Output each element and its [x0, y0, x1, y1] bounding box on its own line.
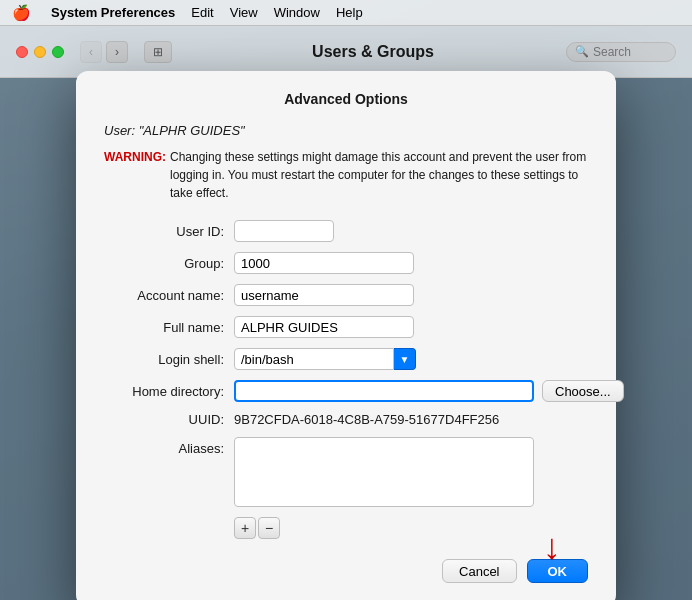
login-shell-label: Login shell:: [104, 352, 234, 367]
traffic-lights: [16, 46, 64, 58]
dialog-title: Advanced Options: [104, 91, 588, 107]
shell-dropdown-button[interactable]: ▼: [394, 348, 416, 370]
nav-buttons: ‹ ›: [80, 41, 128, 63]
login-shell-input[interactable]: [234, 348, 394, 370]
aliases-textarea[interactable]: [234, 437, 534, 507]
group-input[interactable]: [234, 252, 414, 274]
search-box: 🔍: [566, 42, 676, 62]
close-button[interactable]: [16, 46, 28, 58]
remove-alias-button[interactable]: −: [258, 517, 280, 539]
plus-minus-row: + −: [234, 517, 588, 539]
maximize-button[interactable]: [52, 46, 64, 58]
shell-wrapper: ▼: [234, 348, 416, 370]
home-dir-label: Home directory:: [104, 384, 234, 399]
user-id-label: User ID:: [104, 224, 234, 239]
warning-text: Changing these settings might damage thi…: [170, 148, 588, 202]
group-row: Group:: [104, 252, 588, 274]
aliases-row: Aliases:: [104, 437, 588, 507]
user-id-input[interactable]: [234, 220, 334, 242]
home-dir-input[interactable]: [234, 380, 534, 402]
menu-edit[interactable]: Edit: [191, 5, 213, 20]
full-name-input[interactable]: [234, 316, 414, 338]
back-button[interactable]: ‹: [80, 41, 102, 63]
red-arrow-container: ↓: [543, 529, 561, 565]
home-dir-row: Home directory: Choose...: [104, 380, 588, 402]
uuid-value: 9B72CFDA-6018-4C8B-A759-51677D4FF256: [234, 412, 499, 427]
minimize-button[interactable]: [34, 46, 46, 58]
modal-overlay: Advanced Options User: "ALPHR GUIDES" WA…: [0, 78, 692, 600]
search-icon: 🔍: [575, 45, 589, 58]
cancel-button[interactable]: Cancel: [442, 559, 516, 583]
account-name-label: Account name:: [104, 288, 234, 303]
mac-window: 🍎 System Preferences Edit View Window He…: [0, 0, 692, 600]
home-dir-wrapper: Choose...: [234, 380, 624, 402]
main-content: Advanced Options User: "ALPHR GUIDES" WA…: [0, 78, 692, 600]
menu-window[interactable]: Window: [274, 5, 320, 20]
dialog-buttons: Cancel OK: [104, 559, 588, 583]
uuid-row: UUID: 9B72CFDA-6018-4C8B-A759-51677D4FF2…: [104, 412, 588, 427]
app-name: System Preferences: [51, 5, 175, 20]
warning-label: WARNING:: [104, 148, 166, 202]
aliases-label: Aliases:: [104, 437, 234, 456]
forward-button[interactable]: ›: [106, 41, 128, 63]
user-line: User: "ALPHR GUIDES": [104, 123, 588, 138]
menu-bar: 🍎 System Preferences Edit View Window He…: [0, 0, 692, 26]
uuid-label: UUID:: [104, 412, 234, 427]
menu-help[interactable]: Help: [336, 5, 363, 20]
advanced-options-dialog: Advanced Options User: "ALPHR GUIDES" WA…: [76, 71, 616, 600]
search-input[interactable]: [593, 45, 673, 59]
group-label: Group:: [104, 256, 234, 271]
grid-button[interactable]: ⊞: [144, 41, 172, 63]
warning-block: WARNING: Changing these settings might d…: [104, 148, 588, 202]
add-alias-button[interactable]: +: [234, 517, 256, 539]
login-shell-row: Login shell: ▼: [104, 348, 588, 370]
user-id-row: User ID:: [104, 220, 588, 242]
menu-view[interactable]: View: [230, 5, 258, 20]
account-name-input[interactable]: [234, 284, 414, 306]
full-name-label: Full name:: [104, 320, 234, 335]
account-name-row: Account name:: [104, 284, 588, 306]
full-name-row: Full name:: [104, 316, 588, 338]
choose-button[interactable]: Choose...: [542, 380, 624, 402]
apple-icon[interactable]: 🍎: [12, 4, 31, 22]
toolbar-title: Users & Groups: [188, 43, 558, 61]
red-arrow-icon: ↓: [543, 529, 561, 565]
